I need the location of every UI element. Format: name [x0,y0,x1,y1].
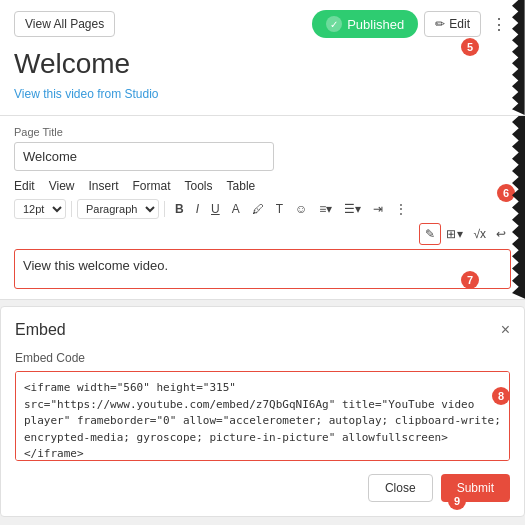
font-size-select[interactable]: 12pt [14,199,66,219]
published-button[interactable]: ✓ Published [312,10,418,38]
top-section: View All Pages ✓ Published ✏ Edit ⋮ 5 We… [0,0,525,116]
badge-8: 8 [492,387,510,405]
more-toolbar-button[interactable]: ⋮ [390,199,412,219]
menu-table[interactable]: Table [227,179,256,193]
middle-section: Page Title Edit View Insert Format Tools… [0,116,525,300]
table-button[interactable]: ⊞ ▾ [441,223,468,245]
top-bar-right: ✓ Published ✏ Edit ⋮ [312,10,511,38]
pencil-icon: ✏ [435,17,445,31]
italic-button[interactable]: I [191,199,204,219]
badge-7: 7 [461,271,479,289]
check-icon: ✓ [326,16,342,32]
badge-5: 5 [461,38,479,56]
view-all-button[interactable]: View All Pages [14,11,115,37]
jagged-divider-middle [503,116,525,299]
toolbar-row2: ✎ ⊞ ▾ √x ↩ [14,223,511,245]
jagged-divider-top [503,0,525,115]
embed-header: Embed × [15,321,510,339]
underline-button[interactable]: U [206,199,225,219]
embed-footer: Close Submit [15,474,510,502]
font-color-button[interactable]: A [227,199,245,219]
editor-area[interactable]: View this welcome video. [14,249,511,289]
paragraph-select[interactable]: Paragraph [77,199,159,219]
page-title-label: Page Title [14,126,511,138]
studio-link[interactable]: View this video from Studio [14,87,159,101]
text-format-button[interactable]: T [271,199,288,219]
edit-button[interactable]: ✏ Edit [424,11,481,37]
list-button[interactable]: ☰▾ [339,199,366,219]
table-icon: ⊞ [446,227,456,241]
highlight-button[interactable]: 🖊 [247,199,269,219]
menu-bar: Edit View Insert Format Tools Table [14,179,511,193]
separator-2 [164,201,165,217]
table-dropdown-arrow: ▾ [457,227,463,241]
svg-marker-1 [512,116,525,299]
page-title-input[interactable] [14,142,274,171]
formula-button[interactable]: ✎ [419,223,441,245]
separator-1 [71,201,72,217]
embed-section: Embed × Embed Code <iframe width="560" h… [0,306,525,517]
close-button[interactable]: Close [368,474,433,502]
embed-code-label: Embed Code [15,351,510,365]
menu-tools[interactable]: Tools [185,179,213,193]
published-label: Published [347,17,404,32]
sqrt-button[interactable]: √x [468,223,491,245]
embed-code-textarea[interactable]: <iframe width="560" height="315" src="ht… [15,371,510,461]
highlight-icon: 🖊 [252,202,264,216]
menu-view[interactable]: View [49,179,75,193]
formula-icon: ✎ [425,227,435,241]
embed-title: Embed [15,321,66,339]
toolbar-row1: 12pt Paragraph B I U A 🖊 T ☺ ≡▾ ☰▾ ⇥ ⋮ [14,199,511,219]
emoji-button[interactable]: ☺ [290,199,312,219]
edit-label: Edit [449,17,470,31]
top-bar: View All Pages ✓ Published ✏ Edit ⋮ [14,10,511,38]
bold-button[interactable]: B [170,199,189,219]
embed-close-x-button[interactable]: × [501,321,510,339]
menu-format[interactable]: Format [133,179,171,193]
align-button[interactable]: ≡▾ [314,199,337,219]
indent-button[interactable]: ⇥ [368,199,388,219]
menu-edit[interactable]: Edit [14,179,35,193]
badge-9: 9 [448,492,466,510]
menu-insert[interactable]: Insert [88,179,118,193]
svg-marker-0 [512,0,525,115]
page-title: Welcome [14,48,511,80]
